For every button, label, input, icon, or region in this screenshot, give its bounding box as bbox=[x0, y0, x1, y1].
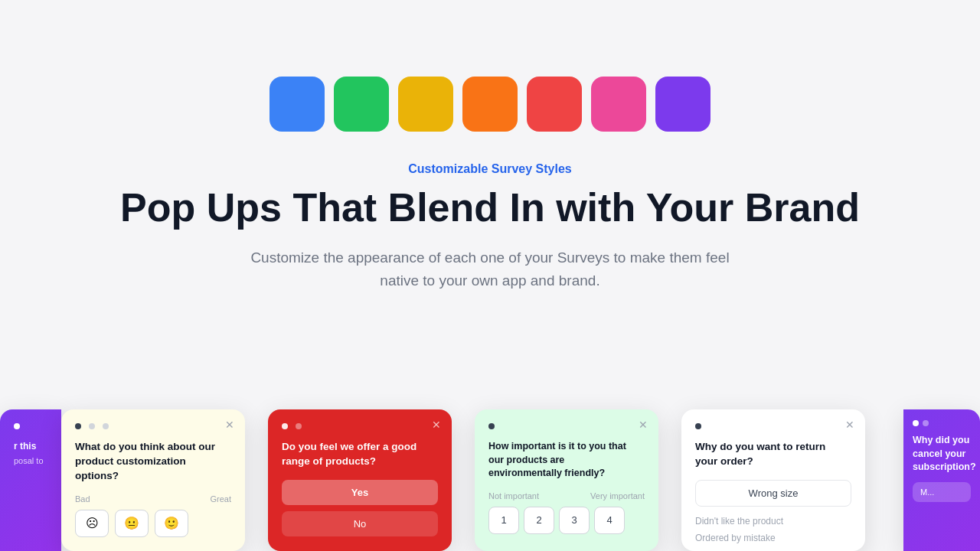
hero-description: Customize the appearance of each one of … bbox=[245, 246, 735, 293]
swatch-red[interactable] bbox=[527, 77, 582, 132]
scale-labels-green: Not important Very important bbox=[488, 491, 645, 500]
swatch-yellow[interactable] bbox=[398, 77, 453, 132]
scale-buttons: 1 2 3 4 bbox=[488, 507, 645, 534]
card-yellow: ✕ What do you think about our product cu… bbox=[61, 409, 245, 551]
scale-btn-4[interactable]: 4 bbox=[594, 507, 625, 534]
card-question-green: How important is it to you that our prod… bbox=[488, 440, 645, 481]
option-didnt-like[interactable]: Didn't like the product bbox=[695, 513, 851, 530]
swatch-purple[interactable] bbox=[655, 77, 710, 132]
label-bad: Bad bbox=[75, 494, 90, 504]
page-wrapper: Customizable Survey Styles Pop Ups That … bbox=[0, 0, 980, 551]
partial-option: M... bbox=[913, 482, 971, 502]
card-question-yellow: What do you think about our product cust… bbox=[75, 440, 231, 484]
swatch-blue[interactable] bbox=[270, 77, 325, 132]
label-not-important: Not important bbox=[488, 491, 539, 500]
close-icon-red[interactable]: ✕ bbox=[432, 419, 441, 431]
card-question-white: Why do you want to return your order? bbox=[695, 440, 851, 469]
label-great: Great bbox=[210, 494, 231, 504]
swatch-green[interactable] bbox=[334, 77, 389, 132]
close-icon-yellow[interactable]: ✕ bbox=[225, 419, 234, 431]
scale-btn-3[interactable]: 3 bbox=[559, 507, 590, 534]
hero-title: Pop Ups That Blend In with Your Brand bbox=[0, 185, 980, 231]
emoji-happy[interactable]: 🙂 bbox=[155, 510, 188, 537]
hero-section: Customizable Survey Styles Pop Ups That … bbox=[0, 162, 980, 293]
swatches-row bbox=[0, 0, 980, 132]
emoji-row: ☹ 😐 🙂 bbox=[75, 510, 231, 537]
card-dots-yellow bbox=[75, 423, 231, 429]
card-dots bbox=[14, 423, 47, 429]
label-very-important: Very important bbox=[590, 491, 645, 500]
scale-btn-1[interactable]: 1 bbox=[488, 507, 519, 534]
close-icon-green[interactable]: ✕ bbox=[639, 419, 648, 431]
emoji-sad[interactable]: ☹ bbox=[75, 510, 109, 537]
swatch-pink[interactable] bbox=[591, 77, 646, 132]
option-ordered-mistake[interactable]: Ordered by mistake bbox=[695, 530, 851, 546]
card-dots-red bbox=[282, 423, 438, 429]
close-icon-white[interactable]: ✕ bbox=[845, 419, 854, 431]
card-partial-left: r this posal to bbox=[0, 409, 61, 551]
card-dots-white bbox=[695, 423, 851, 429]
scale-btn-2[interactable]: 2 bbox=[524, 507, 554, 534]
hero-subtitle: Customizable Survey Styles bbox=[0, 162, 980, 176]
option-wrong-size[interactable]: Wrong size bbox=[695, 480, 851, 507]
scale-labels-yellow: Bad Great bbox=[75, 494, 231, 504]
card-question-red: Do you feel we offer a good range of pro… bbox=[282, 440, 438, 469]
partial-right-text: Why did you cancel your subscription? bbox=[913, 434, 971, 474]
card-green: ✕ How important is it to you that our pr… bbox=[475, 409, 658, 551]
partial-left-text: r this bbox=[14, 440, 47, 453]
card-dots-green bbox=[488, 423, 645, 429]
card-red: ✕ Do you feel we offer a good range of p… bbox=[268, 409, 452, 551]
swatch-orange[interactable] bbox=[462, 77, 518, 132]
emoji-neutral[interactable]: 😐 bbox=[115, 510, 149, 537]
no-button[interactable]: No bbox=[282, 511, 438, 536]
card-white: ✕ Why do you want to return your order? … bbox=[681, 409, 865, 551]
yes-button[interactable]: Yes bbox=[282, 480, 438, 505]
card-partial-right: Why did you cancel your subscription? M.… bbox=[903, 409, 980, 551]
